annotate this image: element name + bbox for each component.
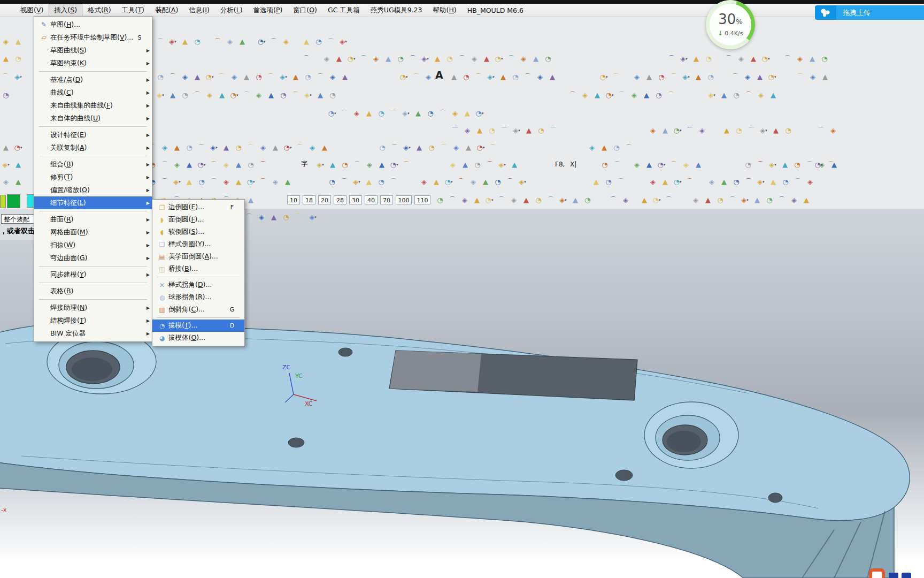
toolbar-icon[interactable]: ⌒ — [663, 194, 675, 207]
toolbar-icon[interactable]: ⌒ — [388, 107, 399, 120]
detail-submenu-item-9[interactable]: ◍球形拐角(R)... — [152, 291, 244, 303]
toolbar-icon[interactable]: ⌒ — [615, 176, 627, 188]
toolbar-icon[interactable]: ◈▾ — [155, 89, 166, 102]
toolbar-icon[interactable]: ◔ — [611, 141, 622, 154]
toolbar-icon[interactable]: ⌒ — [196, 141, 207, 154]
toolbar-icon[interactable]: ⌒ — [257, 158, 269, 171]
menubar-item-1[interactable]: 视图(V) — [15, 4, 49, 17]
toolbar-icon[interactable]: ◔▾ — [245, 176, 257, 188]
toolbar-icon[interactable]: ◈ — [518, 52, 529, 65]
insert-menu-item-28[interactable]: 焊接助理(N)▶ — [34, 301, 152, 314]
toolbar-icon[interactable]: ◔▾ — [475, 141, 487, 154]
toolbar-icon[interactable]: ◔▾ — [282, 141, 294, 154]
toolbar-icon[interactable]: ⌒ — [358, 52, 369, 65]
toolbar-icon[interactable]: ◈ — [224, 35, 236, 48]
toolbar-icon[interactable]: ◈ — [204, 89, 215, 102]
toolbar-icon[interactable]: ⌒ — [301, 52, 312, 65]
netdisk-progress-badge[interactable]: 30% ↓ 0.4K/s — [706, 0, 755, 49]
toolbar-icon[interactable]: ⌒ — [456, 52, 468, 65]
toolbar-icon[interactable]: ⌒ — [265, 71, 277, 83]
detail-submenu-item-4[interactable]: ❏样式倒圆(Y)... — [152, 238, 244, 250]
toolbar-icon[interactable]: ⌒ — [351, 158, 363, 171]
toolbar-icon[interactable]: ◈ — [631, 158, 643, 171]
toolbar-icon[interactable]: ⌒ — [668, 158, 680, 171]
toolbar-icon[interactable]: ◈ — [0, 35, 12, 48]
toolbar-icon[interactable]: ⌒ — [776, 194, 788, 207]
toolbar-icon[interactable]: ◈ — [467, 176, 479, 188]
toolbar-icon[interactable]: ◈ — [0, 176, 12, 188]
toolbar-icon[interactable]: ⌒ — [159, 176, 171, 188]
toolbar-icon[interactable]: ◔ — [375, 176, 387, 188]
radius-preset-button-28[interactable]: 28 — [334, 195, 346, 204]
toolbar-icon[interactable]: ◈ — [270, 176, 281, 188]
toolbar-icon[interactable]: ◈ — [804, 176, 816, 188]
toolbar-icon[interactable]: ▲ — [690, 52, 702, 65]
toolbar-icon[interactable]: ◈▾ — [706, 89, 718, 102]
toolbar-icon[interactable]: ▲ — [659, 176, 671, 188]
toolbar-icon[interactable]: ⌒ — [0, 71, 12, 83]
insert-menu-item-6[interactable]: 基准/点(D)▶ — [34, 73, 152, 86]
insert-menu-item-20[interactable]: 网格曲面(M)▶ — [34, 226, 152, 239]
toolbar-icon[interactable]: ▲ — [12, 35, 24, 48]
toolbar-icon[interactable]: ⌒ — [449, 124, 461, 137]
toolbar-icon[interactable]: ⌒ — [504, 176, 516, 188]
toolbar-icon[interactable]: ◔▾ — [443, 176, 455, 188]
toolbar-icon[interactable]: ◔ — [819, 52, 830, 65]
toolbar-icon[interactable]: ▲ — [430, 176, 442, 188]
toolbar-icon[interactable]: ◈ — [171, 158, 183, 171]
toolbar-icon[interactable]: ◈▾ — [419, 52, 431, 65]
toolbar-icon[interactable]: ◈▾ — [485, 71, 497, 83]
radius-preset-button-20[interactable]: 20 — [318, 195, 331, 204]
toolbar-icon[interactable]: ◈ — [228, 71, 240, 83]
toolbar-icon[interactable]: ⌒ — [548, 124, 559, 137]
toolbar-icon[interactable]: ◔ — [376, 141, 388, 154]
toolbar-icon[interactable]: ▲ — [412, 107, 424, 120]
radius-preset-button-40[interactable]: 40 — [365, 195, 378, 204]
toolbar-icon[interactable]: ◈ — [418, 176, 430, 188]
toolbar-icon[interactable]: ▲ — [497, 71, 509, 83]
toolbar-icon[interactable]: ◔ — [780, 176, 791, 188]
toolbar-icon[interactable]: ⌒ — [792, 176, 804, 188]
insert-menu-item-8[interactable]: 来自曲线集的曲线(F)▶ — [34, 99, 152, 112]
toolbar-icon[interactable]: ◈▾ — [171, 176, 183, 188]
toolbar-icon[interactable]: ◈ — [788, 194, 800, 207]
toolbar-icon[interactable]: ▲ — [767, 176, 779, 188]
toolbar-icon[interactable]: ▲ — [0, 52, 12, 65]
toolbar-icon[interactable]: ▲ — [270, 141, 281, 154]
toolbar-icon[interactable]: ▲ — [569, 194, 581, 207]
toolbar-icon[interactable]: ◈ — [220, 158, 232, 171]
insert-menu-item-21[interactable]: 扫掠(W)▶ — [34, 239, 152, 252]
detail-submenu-item-12[interactable]: ◔拔模(T)...D — [152, 320, 244, 332]
toolbar-icon[interactable]: ▲ — [339, 71, 351, 83]
toolbar-icon[interactable]: ▲ — [183, 158, 195, 171]
toolbar-icon[interactable]: ◔ — [278, 89, 289, 102]
toolbar-icon[interactable]: ▲ — [0, 141, 12, 154]
toolbar-icon[interactable]: ◔ — [313, 35, 325, 48]
toolbar-icon[interactable]: ▲ — [509, 158, 520, 171]
toolbar-icon[interactable]: ◔▾ — [398, 71, 410, 83]
toolbar-icon[interactable]: ▲ — [480, 176, 491, 188]
toolbar-icon[interactable]: ▲ — [216, 89, 228, 102]
toolbar-icon[interactable]: ▲ — [754, 71, 766, 83]
insert-menu-item-11[interactable]: 设计特征(E)▶ — [34, 128, 152, 141]
toolbar-icon[interactable]: ◔ — [603, 176, 614, 188]
toolbar-icon[interactable]: ▲ — [432, 52, 443, 65]
toolbar-icon[interactable]: ⌒ — [455, 176, 467, 188]
toolbar-icon[interactable]: ▲ — [191, 71, 203, 83]
toolbar-icon[interactable]: ◔▾ — [672, 176, 683, 188]
toolbar-icon[interactable]: ▲ — [767, 89, 779, 102]
toolbar-icon[interactable]: ◔ — [733, 124, 745, 137]
toolbar-icon[interactable]: ◈ — [450, 141, 462, 154]
toolbar-icon[interactable]: ◈ — [351, 107, 363, 120]
toolbar-icon[interactable]: ⌒ — [496, 194, 507, 207]
toolbar-icon[interactable]: ◈ — [696, 124, 708, 137]
insert-menu-item-7[interactable]: 曲线(C)▶ — [34, 86, 152, 99]
toolbar-icon[interactable]: ◔ — [533, 194, 544, 207]
toolbar-icon[interactable]: ◔ — [339, 158, 351, 171]
toolbar-icon[interactable]: ▲ — [319, 141, 330, 154]
toolbar-icon[interactable]: ◔ — [486, 124, 498, 137]
toolbar-icon[interactable]: ◈ — [257, 141, 269, 154]
toolbar-icon[interactable]: ◈ — [534, 71, 546, 83]
toolbar-text-icon[interactable]: 字 — [301, 159, 307, 169]
toolbar-icon[interactable]: ◔ — [599, 158, 611, 171]
